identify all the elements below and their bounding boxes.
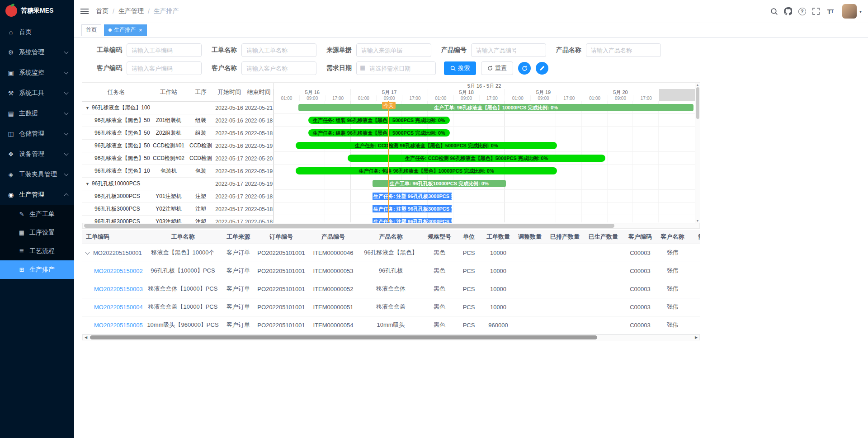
breadcrumb-item[interactable]: 首页	[96, 7, 108, 15]
product-name-input[interactable]	[586, 43, 661, 57]
gantt-task-row[interactable]: 96孔移液盒【黑色】5000PCSCCD检测#02CCD检测2022-05-17…	[82, 152, 273, 165]
orders-column-header: 调整数量	[514, 230, 546, 244]
task-start-date: 2022-05-16	[214, 130, 244, 137]
font-size-icon[interactable]: TT	[824, 5, 837, 18]
sidebar-subitem-process-flow[interactable]: ≣工艺流程	[0, 242, 74, 260]
database-icon: ▤	[6, 110, 15, 117]
gantt-task-row[interactable]: 96孔移液盒【黑色】5000PCSZ02组装机组装2022-05-162022-…	[82, 127, 273, 140]
gantt-hour-label: 17:00	[633, 95, 659, 101]
chevron-up-icon	[64, 193, 69, 198]
gantt-bar[interactable]: 生产任务: 注塑 96孔孔板3000PCS 完成比例: 0%	[373, 218, 449, 223]
gantt-bar[interactable]: 生产任务: 注塑 96孔孔板3000PCS 完成比例: 0%	[373, 193, 449, 200]
search-button[interactable]: 搜索	[444, 61, 476, 75]
scroll-up-icon[interactable]: ▲	[696, 83, 699, 86]
gear-icon: ⚙	[6, 49, 15, 56]
table-row[interactable]: MO202205150003移液盒盒体【10000】PCS客户订单PO20220…	[82, 280, 700, 298]
gantt-task-row[interactable]: 96孔孔板3000PCSY02注塑机注塑2022-05-172022-05-18	[82, 203, 273, 216]
tab-scheduling[interactable]: 生产排产×	[104, 24, 147, 36]
breadcrumb-item[interactable]: 生产管理	[118, 7, 144, 15]
work-order-code-input[interactable]	[127, 43, 202, 57]
sidebar-item-system-admin[interactable]: ⚙系统管理	[0, 42, 74, 62]
work-order-link[interactable]: MO202205150004	[94, 304, 143, 311]
orders-column-header: 客户名称	[658, 230, 687, 244]
triangle-down-icon[interactable]: ▼	[85, 182, 90, 186]
sidebar-subitem-label: 生产排产	[29, 266, 55, 274]
sidebar-subitem-scheduling[interactable]: ⊞生产排产	[0, 260, 74, 279]
avatar[interactable]	[842, 4, 857, 19]
search-icon[interactable]	[768, 5, 781, 18]
demand-date-input[interactable]	[356, 61, 436, 75]
work-order-link[interactable]: MO202205150003	[94, 286, 143, 292]
sidebar-item-label: 工装夹具管理	[19, 170, 65, 179]
gantt-task-name: 96孔移液盒【黑色】5000PCS	[82, 117, 150, 124]
sidebar-item-master-data[interactable]: ▤主数据	[0, 103, 74, 123]
orders-horizontal-scrollbar[interactable]: ◀ ▶	[82, 334, 700, 340]
reset-button[interactable]: 重置	[481, 61, 513, 75]
hamburger-icon[interactable]	[80, 9, 89, 14]
customer-name-input[interactable]	[241, 61, 316, 75]
sidebar-subitem-work-order[interactable]: ✎生产工单	[0, 205, 74, 223]
gantt-bar[interactable]: 生产任务: CCD检测 96孔移液盒【黑色】5000PCS 完成比例: 0%	[296, 142, 557, 149]
gantt-task-row[interactable]: 96孔孔板3000PCSY03注塑机注塑2022-05-172022-05-18	[82, 216, 273, 223]
sidebar-subitem-process-settings[interactable]: ▦工序设置	[0, 223, 74, 242]
work-order-name-input[interactable]	[241, 43, 316, 57]
sidebar-item-warehouse[interactable]: ◫仓储管理	[0, 123, 74, 144]
github-icon[interactable]	[782, 5, 795, 18]
edit-button[interactable]	[536, 62, 548, 75]
orders-cell	[514, 280, 546, 298]
scroll-right-icon[interactable]: ▶	[693, 335, 699, 339]
sidebar-item-equipment[interactable]: ❖设备管理	[0, 144, 74, 164]
gantt-task-row[interactable]: 96孔孔板3000PCSY01注塑机注塑2022-05-172022-05-18	[82, 190, 273, 203]
gantt-vertical-scrollbar[interactable]: ▲ ▼	[695, 83, 700, 223]
gantt-bar[interactable]: 生产任务: 包装 96孔移液盒【黑色】10000PCS 完成比例: 0%	[296, 167, 557, 174]
help-icon[interactable]: ?	[796, 5, 809, 18]
customer-code-input[interactable]	[127, 61, 202, 75]
sidebar-item-system-monitor[interactable]: ▣系统监控	[0, 62, 74, 83]
gantt-hour-label: 01:00	[582, 95, 608, 101]
hscroll-thumb[interactable]	[84, 224, 614, 228]
gantt-bar[interactable]: 生产任务: 组装 96孔移液盒【黑色】5000PCS 完成比例: 0%	[308, 129, 449, 137]
orders-cell: 移液盒盒盖【10000】PCS	[143, 298, 222, 316]
gantt-horizontal-scrollbar[interactable]	[82, 223, 700, 229]
source-doc-input[interactable]	[356, 43, 431, 57]
scroll-left-icon[interactable]: ◀	[83, 335, 89, 339]
gantt-bar[interactable]: 生产任务: 注塑 96孔孔板3000PCS 完成比例: 0%	[373, 205, 449, 212]
close-icon[interactable]: ×	[139, 27, 142, 33]
gantt-bar[interactable]: 生产任务: CCD检测 96孔移液盒【黑色】5000PCS 完成比例: 0%	[348, 155, 605, 162]
fixture-icon: ◈	[6, 171, 15, 178]
vscroll-thumb[interactable]	[696, 87, 699, 119]
gantt-task-row[interactable]: 96孔移液盒【黑色】10000PCS包装机包装2022-05-162022-05…	[82, 165, 273, 178]
orders-cell: PCS	[455, 316, 482, 334]
orders-cell: 张伟	[658, 262, 687, 280]
orders-scroll-thumb[interactable]	[90, 335, 597, 339]
orders-cell: 移液盒盒盖	[358, 298, 424, 316]
table-row[interactable]: MO202205150004移液盒盒盖【10000】PCS客户订单PO20220…	[82, 298, 700, 316]
work-order-link[interactable]: MO202205150001	[93, 250, 142, 256]
table-row[interactable]: MO202205150001移液盒【黑色】10000个客户订单PO2022051…	[82, 244, 700, 262]
gantt-bar[interactable]: 生产工单: 96孔移液盒【黑色】10000PCS 完成比例: 0%	[298, 104, 693, 111]
table-row[interactable]: MO20220515000510mm吸头【960000】PCS客户订单PO202…	[82, 316, 700, 334]
triangle-down-icon[interactable]: ▼	[85, 106, 90, 110]
tab-home[interactable]: 首页	[81, 24, 101, 36]
gantt-bar[interactable]: 生产工单: 96孔孔板10000PCS 完成比例: 0%	[373, 180, 506, 187]
gantt-bar-label: 生产任务: CCD检测 96孔移液盒【黑色】5000PCS 完成比例: 0%	[355, 143, 498, 148]
gantt-bar-label: 生产任务: 注塑 96孔孔板3000PCS 完成比例: 0%	[373, 218, 452, 223]
fullscreen-icon[interactable]	[810, 5, 823, 18]
orders-cell: 黑色	[424, 244, 455, 262]
table-row[interactable]: MO20220515000296孔孔板【10000】PCS客户订单PO20220…	[82, 262, 700, 280]
gantt-task-row[interactable]: ▼96孔孔板10000PCS2022-05-172022-05-19	[82, 178, 273, 190]
work-order-link[interactable]: MO202205150002	[94, 268, 143, 274]
work-order-link[interactable]: MO202205150005	[94, 322, 143, 329]
gantt-task-row[interactable]: 96孔移液盒【黑色】5000PCSCCD检测#01CCD检测2022-05-16…	[82, 140, 273, 152]
scroll-down-icon[interactable]: ▼	[696, 219, 699, 222]
gantt-task-row[interactable]: 96孔移液盒【黑色】5000PCSZ01组装机组装2022-05-162022-…	[82, 114, 273, 127]
product-code-input[interactable]	[471, 43, 546, 57]
gantt-bar[interactable]: 生产任务: 组装 96孔移液盒【黑色】5000PCS 完成比例: 0%	[308, 117, 449, 124]
gantt-task-row[interactable]: ▼96孔移液盒【黑色】10000PCS2022-05-162022-05-21	[82, 102, 273, 114]
sidebar-item-system-tools[interactable]: ⚒系统工具	[0, 83, 74, 103]
refresh-button[interactable]	[518, 62, 531, 75]
chevron-down-icon[interactable]	[85, 250, 90, 254]
sidebar-item-home[interactable]: ⌂首页	[0, 22, 74, 42]
sidebar-item-fixture[interactable]: ◈工装夹具管理	[0, 164, 74, 184]
sidebar-item-production[interactable]: ◉生产管理	[0, 184, 74, 205]
